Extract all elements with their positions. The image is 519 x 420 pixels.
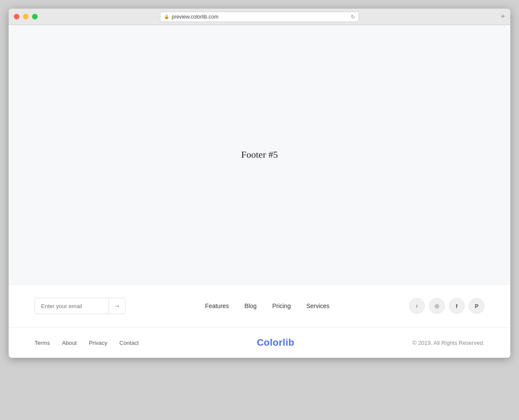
- close-button[interactable]: [14, 14, 19, 19]
- browser-traffic-lights: [14, 14, 38, 19]
- page-title: Footer #5: [241, 149, 278, 160]
- footer-privacy-link[interactable]: Privacy: [89, 340, 107, 346]
- main-content-area: Footer #5: [9, 25, 510, 284]
- footer-nav-features[interactable]: Features: [205, 302, 229, 309]
- browser-content: Footer #5 → Features Blog Pricing Servic…: [9, 25, 510, 358]
- twitter-icon: t: [416, 303, 417, 309]
- browser-titlebar: 🔒 preview.colorlib.com ↻ +: [9, 9, 510, 25]
- brand-logo[interactable]: Colorlib: [257, 337, 295, 348]
- address-bar[interactable]: 🔒 preview.colorlib.com ↻: [160, 12, 359, 22]
- email-form[interactable]: →: [35, 298, 125, 314]
- footer-nav-pricing[interactable]: Pricing: [272, 302, 291, 309]
- lock-icon: 🔒: [164, 14, 169, 19]
- instagram-icon: ◎: [435, 303, 439, 309]
- footer-about-link[interactable]: About: [62, 340, 77, 346]
- copyright-text: © 2019. All Rights Reserved.: [413, 340, 484, 346]
- footer-nav: Features Blog Pricing Services: [205, 302, 330, 309]
- footer-main-row: → Features Blog Pricing Services t ◎: [9, 285, 510, 328]
- new-tab-button[interactable]: +: [500, 12, 505, 21]
- footer-bottom-row: Terms About Privacy Contact Colorlib © 2…: [9, 328, 510, 358]
- facebook-button[interactable]: f: [449, 298, 465, 314]
- footer-contact-link[interactable]: Contact: [119, 340, 139, 346]
- email-input[interactable]: [35, 299, 109, 314]
- pinterest-button[interactable]: P: [469, 298, 484, 314]
- instagram-button[interactable]: ◎: [429, 298, 445, 314]
- footer: → Features Blog Pricing Services t ◎: [9, 284, 510, 358]
- footer-terms-link[interactable]: Terms: [35, 340, 50, 346]
- footer-bottom-links: Terms About Privacy Contact: [35, 340, 139, 346]
- maximize-button[interactable]: [32, 14, 38, 19]
- url-text: preview.colorlib.com: [172, 14, 348, 20]
- twitter-button[interactable]: t: [409, 298, 425, 314]
- footer-nav-blog[interactable]: Blog: [244, 302, 256, 309]
- footer-nav-services[interactable]: Services: [306, 302, 330, 309]
- refresh-icon[interactable]: ↻: [351, 14, 355, 20]
- facebook-icon: f: [456, 303, 458, 309]
- pinterest-icon: P: [475, 303, 479, 309]
- browser-window: 🔒 preview.colorlib.com ↻ + Footer #5 → F…: [9, 9, 510, 358]
- email-submit-button[interactable]: →: [109, 298, 125, 314]
- minimize-button[interactable]: [23, 14, 29, 19]
- footer-social: t ◎ f P: [409, 298, 484, 314]
